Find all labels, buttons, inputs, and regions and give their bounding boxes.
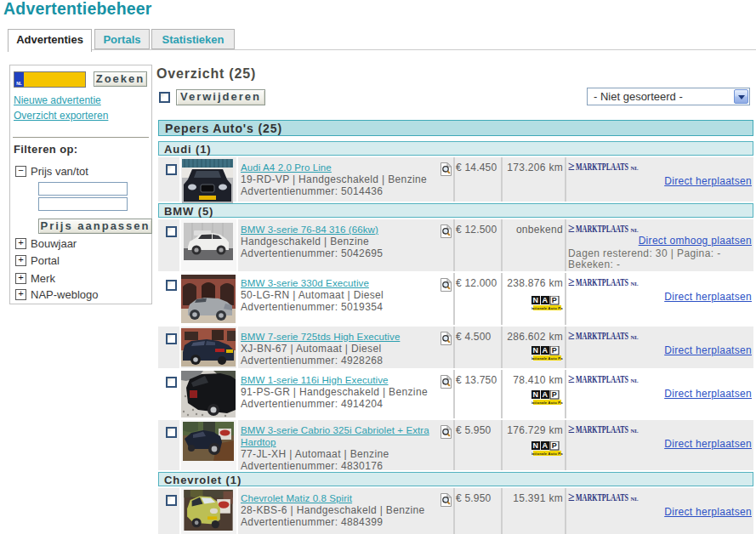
svg-text:P: P: [552, 346, 557, 355]
svg-text:P: P: [552, 441, 557, 450]
svg-text:MARKTPLAATS: MARKTPLAATS: [576, 276, 628, 287]
svg-text:≥: ≥: [568, 491, 575, 503]
svg-text:N: N: [533, 296, 539, 304]
svg-text:MARKTPLAATS: MARKTPLAATS: [576, 161, 628, 172]
svg-text:NL: NL: [631, 428, 639, 434]
svg-text:Nationale Auto Pas: Nationale Auto Pas: [531, 306, 563, 310]
svg-text:NL: NL: [631, 334, 639, 340]
svg-text:P: P: [552, 390, 557, 399]
svg-text:NL: NL: [631, 165, 639, 171]
svg-text:P: P: [552, 296, 557, 304]
svg-text:≥: ≥: [568, 161, 575, 172]
svg-text:NL: NL: [631, 378, 639, 383]
svg-text:MARKTPLAATS: MARKTPLAATS: [576, 423, 628, 435]
svg-text:N: N: [533, 390, 539, 399]
svg-text:NL: NL: [631, 496, 639, 502]
svg-text:A: A: [543, 346, 549, 355]
svg-text:MARKTPLAATS: MARKTPLAATS: [576, 330, 628, 341]
svg-text:≥: ≥: [568, 373, 575, 384]
svg-text:MARKTPLAATS: MARKTPLAATS: [576, 223, 628, 234]
svg-text:Nationale Auto Pas: Nationale Auto Pas: [531, 452, 563, 456]
svg-text:MARKTPLAATS: MARKTPLAATS: [576, 491, 628, 503]
svg-text:≥: ≥: [568, 223, 575, 234]
svg-text:NL: NL: [631, 227, 639, 233]
svg-text:Nationale Auto Pas: Nationale Auto Pas: [531, 356, 563, 361]
svg-text:A: A: [543, 296, 549, 304]
svg-text:MARKTPLAATS: MARKTPLAATS: [576, 373, 628, 384]
svg-text:A: A: [543, 441, 549, 450]
svg-text:A: A: [543, 390, 549, 399]
svg-text:N: N: [533, 346, 539, 355]
svg-text:Nationale Auto Pas: Nationale Auto Pas: [531, 400, 563, 405]
svg-text:≥: ≥: [568, 423, 575, 435]
svg-text:≥: ≥: [568, 276, 575, 287]
svg-text:N: N: [533, 441, 539, 450]
svg-text:NL: NL: [631, 281, 639, 287]
svg-text:≥: ≥: [568, 330, 575, 341]
